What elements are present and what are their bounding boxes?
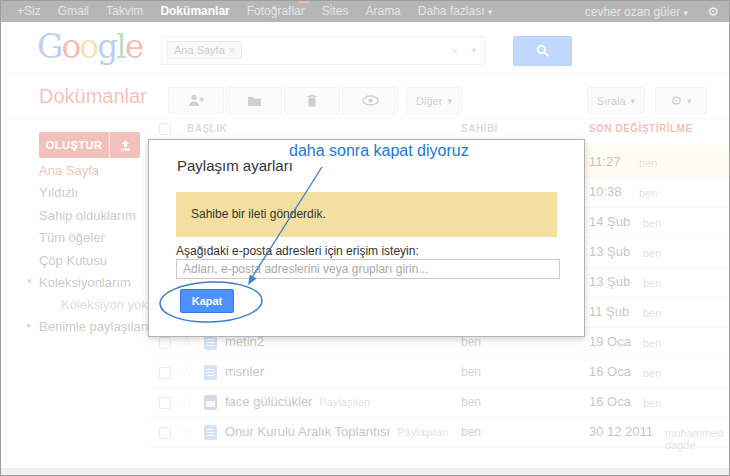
tutorial-annotation-text: daha sonra kapat diyoruz [289,142,469,160]
close-dialog-button[interactable]: Kapat [180,289,234,313]
dialog-title: Paylaşım ayarları [177,157,293,174]
notice-text: Sahibe bir ileti gönderdik. [191,207,326,221]
sharing-settings-dialog: Paylaşım ayarları Sahibe bir ileti gönde… [148,139,585,337]
notice-banner: Sahibe bir ileti gönderdik. [176,192,557,237]
invite-label: Aşağıdaki e-posta adresleri için erişim … [176,244,419,258]
app-window: +SizGmailTakvimDokümanlarFotoğraflarSite… [0,0,730,476]
invite-emails-input[interactable] [176,259,560,279]
